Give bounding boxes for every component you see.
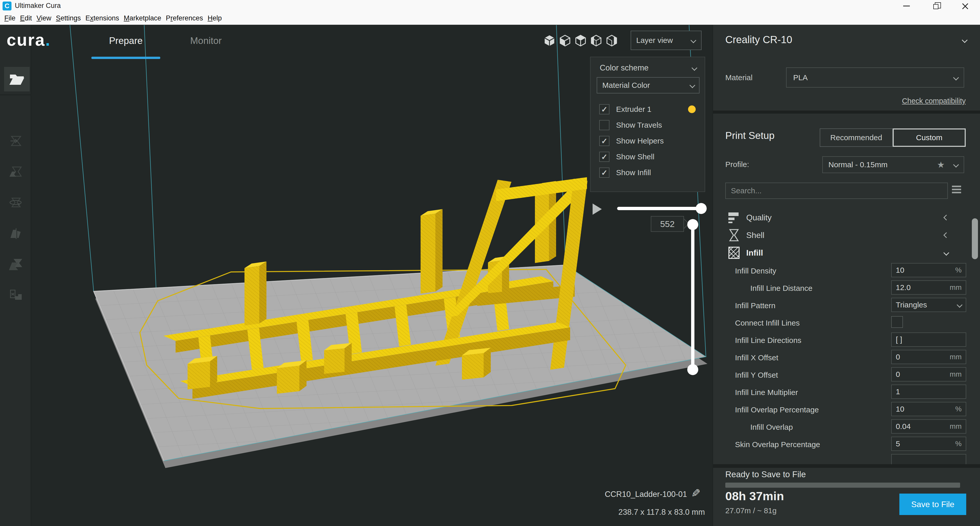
view-left-icon (590, 34, 603, 47)
show-travels-checkbox[interactable] (599, 120, 609, 130)
category-shell[interactable]: Shell (713, 227, 971, 243)
hamburger-icon[interactable] (952, 186, 961, 195)
setting-checkbox-connect-infill-lines[interactable] (891, 316, 903, 328)
close-button[interactable] (953, 0, 978, 12)
recommended-mode-button[interactable]: Recommended (820, 128, 893, 147)
layer-slider-track[interactable] (691, 224, 694, 370)
custom-mode-button[interactable]: Custom (893, 128, 966, 147)
scale-tool-icon (8, 165, 23, 179)
rotate-tool-icon (8, 196, 23, 210)
mirror-tool-icon (8, 226, 23, 241)
setting-input-infill-density[interactable]: 10% (891, 263, 966, 277)
setting-input-infill-y-offset[interactable]: 0mm (891, 367, 966, 381)
view-mode-dropdown[interactable]: Layer view (631, 31, 702, 50)
profile-dropdown[interactable]: Normal - 0.15mm ★ (822, 156, 964, 173)
setting-input-partial[interactable] (891, 454, 966, 465)
scale-tool-button[interactable] (0, 158, 31, 186)
minimize-icon (903, 6, 910, 6)
chevron-down-icon (957, 302, 963, 308)
titlebar: C Ultimaker Cura (0, 0, 980, 12)
settings-scrollbar[interactable] (972, 218, 978, 259)
cura-logo: cura. (6, 30, 51, 49)
open-file-button[interactable] (4, 67, 30, 91)
menu-settings[interactable]: Settings (54, 12, 83, 25)
setting-label: Infill Y Offset (735, 371, 778, 379)
chevron-down-icon[interactable] (692, 65, 697, 71)
menu-edit[interactable]: Edit (18, 12, 35, 25)
infill-icon (727, 246, 741, 260)
menu-marketplace[interactable]: Marketplace (121, 12, 164, 25)
menu-extensions[interactable]: Extensions (83, 12, 121, 25)
chevron-left-icon (943, 215, 950, 221)
setting-input-infill-line-distance[interactable]: 12.0mm (891, 281, 966, 295)
menu-view[interactable]: View (34, 12, 54, 25)
rotate-tool-button[interactable] (0, 189, 31, 217)
restore-button[interactable] (923, 0, 948, 12)
setting-input-infill-line-multiplier[interactable]: 1 (891, 384, 966, 399)
chevron-down-icon (953, 162, 959, 168)
color-scheme-title[interactable]: Color scheme (600, 63, 649, 73)
menu-preferences[interactable]: Preferences (164, 12, 205, 25)
move-tool-button[interactable] (0, 127, 31, 155)
section-divider (713, 110, 980, 114)
sidebar: Creality CR-10 Material PLA Check compat… (713, 25, 980, 526)
footer-divider (713, 464, 980, 468)
minimize-button[interactable] (894, 0, 919, 12)
check-compatibility-link[interactable]: Check compatibility (902, 97, 966, 105)
view-top-button[interactable] (574, 34, 587, 47)
category-infill[interactable]: Infill (713, 245, 971, 261)
per-model-settings-icon (8, 257, 23, 272)
model-dimensions: 238.7 x 117.8 x 83.0 mm (587, 508, 705, 517)
show-infill-checkbox[interactable] (599, 167, 609, 178)
setting-input-infill-overlap-percentage[interactable]: 10% (891, 402, 966, 416)
play-button[interactable] (593, 204, 602, 215)
material-dropdown[interactable]: PLA (786, 67, 964, 88)
view-right-button[interactable] (605, 34, 618, 47)
pencil-icon[interactable]: ✎ (691, 487, 700, 500)
show-helpers-checkbox[interactable] (599, 136, 609, 146)
view-left-button[interactable] (590, 34, 603, 47)
setting-input-infill-x-offset[interactable]: 0mm (891, 350, 966, 364)
setting-input-infill-overlap[interactable]: 0.04mm (891, 419, 966, 434)
setting-input-skin-overlap-percentage[interactable]: 5% (891, 437, 966, 451)
layer-slider-top-handle[interactable] (687, 219, 698, 230)
model-name: CCR10_Ladder-100-01 (572, 490, 687, 499)
material-label: Material (725, 73, 752, 82)
setting-label: Infill X Offset (735, 353, 778, 362)
menu-file[interactable]: File (2, 12, 18, 25)
chevron-down-icon (690, 83, 695, 88)
per-model-settings-button[interactable] (0, 250, 31, 279)
setting-input-infill-line-directions[interactable]: [ ] (891, 332, 966, 347)
layer-slider-bottom-handle[interactable] (687, 364, 698, 375)
chevron-down-icon (953, 75, 959, 80)
setting-dropdown-infill-pattern[interactable]: Triangles (891, 298, 966, 312)
show-shell-checkbox[interactable] (599, 151, 609, 162)
setting-label: Infill Pattern (735, 301, 775, 310)
move-tool-icon (8, 134, 23, 148)
menu-help[interactable]: Help (205, 12, 224, 25)
menubar: File Edit View Settings Extensions Marke… (0, 12, 980, 25)
chevron-down-icon (962, 37, 968, 43)
tab-prepare[interactable]: Prepare (91, 33, 160, 49)
simulation-slider-handle[interactable] (696, 203, 707, 214)
print-time-estimate: 08h 37min (725, 489, 784, 503)
setting-label: Skin Overlap Percentage (735, 440, 820, 449)
view-front-button[interactable] (558, 34, 571, 47)
search-input[interactable] (726, 183, 947, 198)
mirror-tool-button[interactable] (0, 219, 31, 247)
layer-value-bubble: 552 (651, 216, 684, 232)
color-scheme-dropdown[interactable]: Material Color (597, 77, 700, 94)
view-3d-icon (543, 34, 556, 47)
category-quality[interactable]: Quality (713, 209, 971, 226)
view-3d-button[interactable] (543, 34, 556, 47)
chevron-down-icon (690, 38, 697, 43)
save-to-file-button[interactable]: Save to File (899, 494, 966, 515)
extruder-color-swatch (688, 105, 696, 113)
simulation-slider-track[interactable] (617, 207, 702, 210)
tab-monitor[interactable]: Monitor (172, 33, 240, 49)
extruder-1-checkbox[interactable] (599, 104, 609, 115)
application-window: C Ultimaker Cura File Edit View Settings… (0, 0, 980, 526)
support-blocker-button[interactable] (0, 281, 31, 309)
printer-selector[interactable]: Creality CR-10 (725, 34, 792, 45)
setting-label: Infill Overlap Percentage (735, 405, 819, 414)
